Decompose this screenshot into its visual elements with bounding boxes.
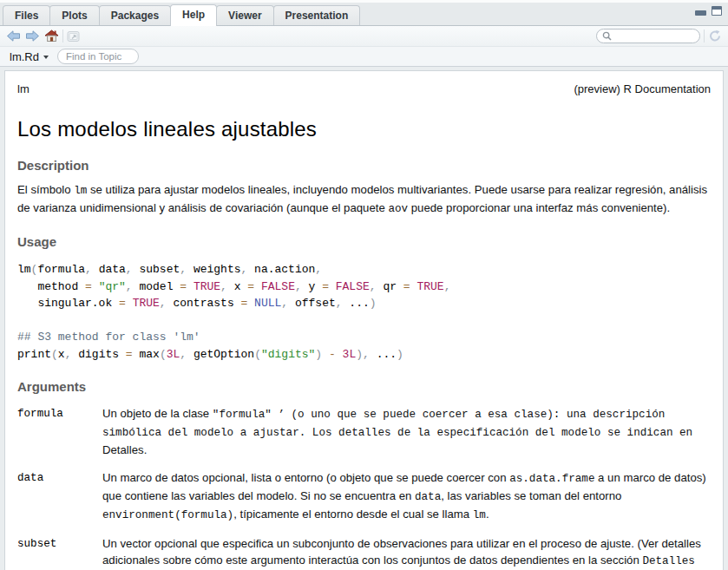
- minimize-icon[interactable]: [695, 10, 706, 16]
- argument-name: subset: [17, 535, 102, 570]
- topic-dropdown[interactable]: lm.Rd: [10, 50, 49, 63]
- help-content-panel[interactable]: lm (preview) R Documentation Los modelos…: [4, 70, 724, 570]
- back-icon[interactable]: [6, 29, 21, 43]
- tab-plots[interactable]: Plots: [49, 5, 99, 25]
- argument-description: Un objeto de la clase "formula" ’ (o uno…: [102, 405, 711, 458]
- tab-help[interactable]: Help: [170, 4, 217, 26]
- help-search-box: [596, 29, 700, 43]
- help-toolbar: [0, 26, 728, 47]
- tab-presentation[interactable]: Presentation: [273, 5, 361, 25]
- argument-description: Un marco de datos opcional, lista o ento…: [102, 469, 711, 524]
- search-input[interactable]: [614, 30, 692, 43]
- caret-down-icon: [43, 56, 49, 59]
- tab-viewer[interactable]: Viewer: [216, 5, 273, 25]
- tab-packages[interactable]: Packages: [99, 5, 171, 25]
- section-heading-usage: Usage: [17, 234, 711, 249]
- usage-code-block: lm(formula, data, subset, weights, na.ac…: [17, 261, 711, 363]
- maximize-icon[interactable]: [712, 6, 722, 16]
- topic-name: lm.Rd: [10, 50, 39, 63]
- home-icon[interactable]: [44, 29, 59, 43]
- forward-icon[interactable]: [25, 29, 40, 43]
- argument-row-formula: formula Un objeto de la clase "formula" …: [17, 405, 711, 458]
- argument-description: Un vector opcional que especifica un sub…: [102, 535, 711, 570]
- argument-row-data: data Un marco de datos opcional, lista o…: [17, 469, 711, 524]
- description-paragraph: El símbolo lm se utiliza para ajustar mo…: [17, 181, 711, 218]
- toolbar-separator: [704, 29, 705, 43]
- argument-row-subset: subset Un vector opcional que especifica…: [17, 535, 711, 570]
- page-title: Los modelos lineales ajustables: [17, 117, 711, 141]
- pane-tab-bar: Files Plots Packages Help Viewer Present…: [0, 3, 728, 26]
- doc-header-topic: lm: [17, 82, 30, 95]
- doc-header-source: (preview) R Documentation: [574, 82, 711, 95]
- refresh-icon[interactable]: [708, 29, 722, 43]
- section-heading-arguments: Arguments: [17, 379, 711, 394]
- section-heading-description: Description: [17, 158, 711, 173]
- doc-header: lm (preview) R Documentation: [17, 82, 711, 95]
- show-in-new-window-icon[interactable]: [67, 30, 81, 43]
- find-in-topic-input[interactable]: [57, 49, 139, 64]
- argument-name: formula: [17, 405, 102, 458]
- arguments-table: formula Un objeto de la clase "formula" …: [17, 405, 711, 570]
- toolbar-separator: [62, 29, 63, 43]
- argument-name: data: [17, 469, 102, 524]
- tab-files[interactable]: Files: [3, 5, 50, 25]
- search-icon: [602, 31, 612, 41]
- topic-toolbar: lm.Rd: [0, 47, 728, 67]
- window-controls: [695, 5, 722, 16]
